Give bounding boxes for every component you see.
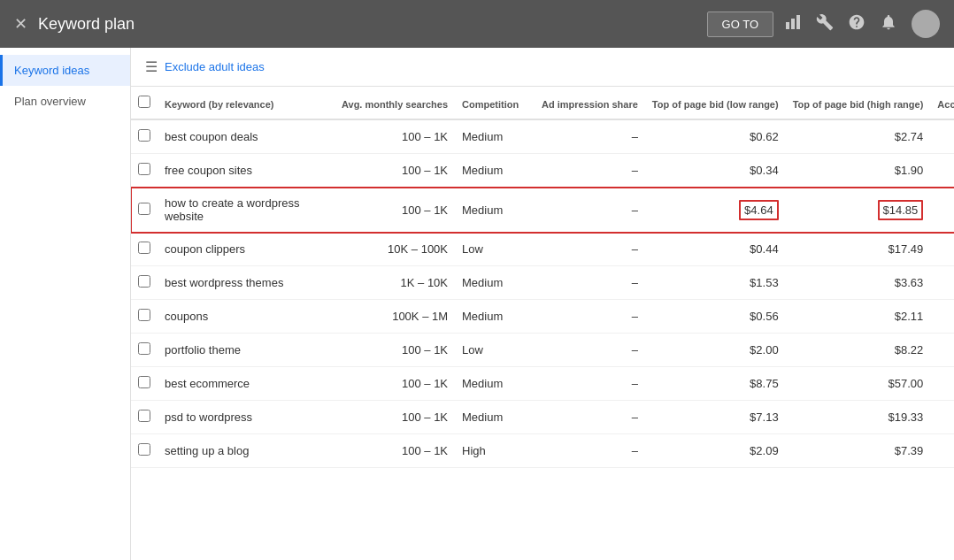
th-account: Account status [930, 87, 954, 119]
sidebar-item-plan-overview[interactable]: Plan overview [0, 86, 130, 117]
keyword-table: Keyword (by relevance) Avg. monthly sear… [131, 87, 954, 468]
ad-impression-cell: – [535, 401, 645, 434]
monthly-cell: 100 – 1K [335, 188, 455, 233]
bid-low-value: $2.09 [750, 444, 779, 457]
competition-cell: High [455, 434, 535, 468]
table-row: psd to wordpress 100 – 1K Medium – $7.13… [131, 401, 954, 434]
high-bid-cell: $8.22 [786, 334, 931, 367]
row-checkbox[interactable] [138, 376, 150, 388]
account-status-cell [930, 401, 954, 434]
notification-icon[interactable] [880, 13, 897, 35]
row-checkbox[interactable] [138, 203, 150, 215]
row-checkbox-cell[interactable] [131, 334, 158, 367]
competition-cell: Medium [455, 119, 535, 154]
keyword-cell: coupons [158, 300, 335, 334]
row-checkbox[interactable] [138, 275, 150, 288]
row-checkbox-cell[interactable] [131, 401, 158, 434]
keyword-cell: best coupon deals [158, 119, 335, 154]
row-checkbox[interactable] [138, 443, 150, 456]
goto-button[interactable]: GO TO [707, 12, 773, 37]
ad-impression-cell: – [535, 434, 645, 468]
th-keyword: Keyword (by relevance) [158, 87, 335, 119]
table-row: portfolio theme 100 – 1K Low – $2.00 $8.… [131, 334, 954, 367]
ad-impression-cell: – [535, 334, 645, 367]
svg-rect-0 [786, 22, 789, 29]
row-checkbox-cell[interactable] [131, 233, 158, 266]
high-bid-cell: $2.74 [786, 119, 931, 154]
row-checkbox[interactable] [138, 410, 150, 422]
low-bid-cell: $4.64 [645, 188, 786, 233]
select-all-checkbox[interactable] [138, 96, 150, 108]
high-bid-cell: $3.63 [786, 266, 931, 300]
row-checkbox[interactable] [138, 309, 150, 321]
row-checkbox[interactable] [138, 342, 150, 355]
table-row: best ecommerce 100 – 1K Medium – $8.75 $… [131, 367, 954, 401]
competition-cell: Low [455, 233, 535, 266]
table-header-row: Keyword (by relevance) Avg. monthly sear… [131, 87, 954, 119]
row-checkbox-cell[interactable] [131, 188, 158, 233]
table-row: best wordpress themes 1K – 10K Medium – … [131, 266, 954, 300]
account-status-cell [930, 119, 954, 154]
help-icon[interactable] [848, 13, 866, 35]
low-bid-cell: $2.00 [645, 334, 786, 367]
keyword-cell: best ecommerce [158, 367, 335, 401]
competition-cell: Low [455, 334, 535, 367]
monthly-cell: 100 – 1K [335, 434, 455, 468]
ad-impression-cell: – [535, 266, 645, 300]
low-bid-cell: $0.34 [645, 154, 786, 188]
account-status-cell [930, 233, 954, 266]
bid-low-value: $1.53 [750, 276, 779, 289]
row-checkbox-cell[interactable] [131, 119, 158, 154]
chart-icon[interactable] [784, 13, 802, 35]
bid-low-value: $8.75 [750, 377, 779, 390]
high-bid-cell: $2.11 [786, 300, 931, 334]
th-low-bid: Top of page bid (low range) [645, 87, 786, 119]
competition-cell: Medium [455, 300, 535, 334]
low-bid-cell: $1.53 [645, 266, 786, 300]
keyword-cell: how to create a wordpress website [158, 188, 335, 233]
row-checkbox[interactable] [138, 129, 150, 142]
sidebar: Keyword ideas Plan overview [0, 48, 131, 560]
low-bid-cell: $0.62 [645, 119, 786, 154]
sidebar-item-keyword-ideas[interactable]: Keyword ideas [0, 55, 130, 86]
bid-low-value: $0.56 [750, 310, 779, 323]
header-icons [784, 10, 940, 38]
ad-impression-cell: – [535, 119, 645, 154]
bid-high-value: $8.22 [895, 343, 924, 357]
low-bid-cell: $2.09 [645, 434, 786, 468]
keyword-cell: free coupon sites [158, 154, 335, 188]
app-header: ✕ Keyword plan GO TO [0, 0, 954, 48]
monthly-cell: 100 – 1K [335, 119, 455, 154]
table-row: how to create a wordpress website 100 – … [131, 188, 954, 233]
bid-low-value: $7.13 [750, 410, 779, 424]
monthly-cell: 100 – 1K [335, 334, 455, 367]
row-checkbox-cell[interactable] [131, 367, 158, 401]
close-icon[interactable]: ✕ [14, 14, 27, 34]
ad-impression-cell: – [535, 367, 645, 401]
competition-cell: Medium [455, 188, 535, 233]
exclude-adult-link[interactable]: Exclude adult ideas [165, 60, 265, 73]
ad-impression-cell: – [535, 300, 645, 334]
bid-high-value: $17.49 [889, 242, 924, 256]
row-checkbox-cell[interactable] [131, 266, 158, 300]
low-bid-cell: $8.75 [645, 367, 786, 401]
row-checkbox-cell[interactable] [131, 154, 158, 188]
competition-cell: Medium [455, 401, 535, 434]
bid-low-value: $0.34 [750, 164, 779, 177]
ad-impression-cell: – [535, 154, 645, 188]
row-checkbox[interactable] [138, 163, 150, 175]
row-checkbox-cell[interactable] [131, 300, 158, 334]
table-row: coupons 100K – 1M Medium – $0.56 $2.11 [131, 300, 954, 334]
filter-icon: ☰ [145, 58, 158, 75]
account-status-cell [930, 154, 954, 188]
keyword-cell: portfolio theme [158, 334, 335, 367]
account-status-cell [930, 434, 954, 468]
row-checkbox[interactable] [138, 242, 150, 254]
bid-high-value: $57.00 [889, 377, 924, 390]
row-checkbox-cell[interactable] [131, 434, 158, 468]
table-row: setting up a blog 100 – 1K High – $2.09 … [131, 434, 954, 468]
avatar[interactable] [912, 10, 940, 38]
low-bid-cell: $0.56 [645, 300, 786, 334]
bid-high-value: $14.85 [878, 200, 924, 220]
settings-icon[interactable] [816, 13, 834, 35]
